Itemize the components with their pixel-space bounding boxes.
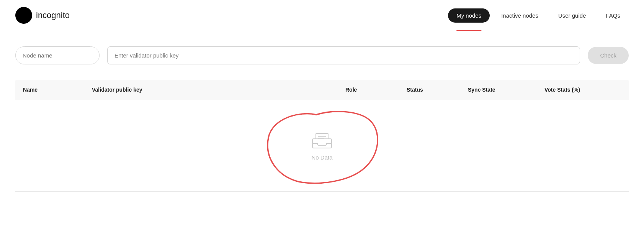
nav-my-nodes[interactable]: My nodes <box>448 8 490 23</box>
col-status: Status <box>407 87 468 93</box>
col-vote-stats: Vote Stats (%) <box>544 87 621 93</box>
nav-faqs[interactable]: FAQs <box>597 8 629 23</box>
header: incognito My nodes Inactive nodes User g… <box>0 0 644 31</box>
table-header: Name Validator public key Role Status Sy… <box>15 80 629 100</box>
node-name-input[interactable] <box>15 46 100 64</box>
nav-user-guide[interactable]: User guide <box>550 8 595 23</box>
main-nav: My nodes Inactive nodes User guide FAQs <box>448 8 629 23</box>
no-data-icon <box>311 130 333 150</box>
logo-text: incognito <box>36 10 70 20</box>
no-data-state: No Data <box>295 115 349 176</box>
col-role: Role <box>345 87 407 93</box>
table-body: No Data <box>15 100 629 192</box>
filter-form: Check <box>0 31 644 72</box>
check-button[interactable]: Check <box>588 47 629 64</box>
col-name: Name <box>23 87 92 93</box>
nodes-table: Name Validator public key Role Status Sy… <box>15 80 629 192</box>
logo-area: incognito <box>15 7 70 24</box>
col-sync-state: Sync State <box>468 87 544 93</box>
nav-inactive-nodes[interactable]: Inactive nodes <box>493 8 547 23</box>
logo-icon <box>15 7 32 24</box>
col-validator-key: Validator public key <box>92 87 345 93</box>
validator-key-input[interactable] <box>107 46 580 64</box>
no-data-label: No Data <box>311 154 332 161</box>
